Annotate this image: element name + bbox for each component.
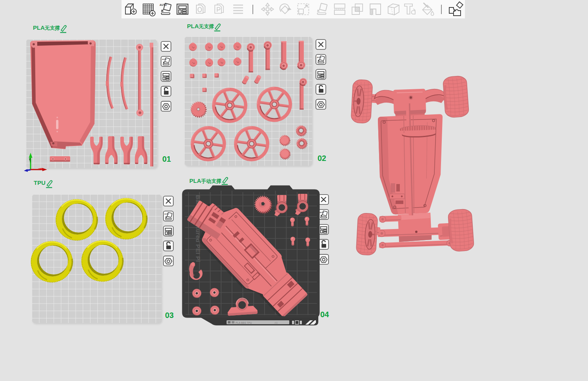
svg-text:AUTO: AUTO — [160, 4, 167, 6]
svg-text:PLA BBS TPU: PLA BBS TPU — [236, 321, 252, 324]
svg-text:AB: AB — [274, 321, 278, 324]
